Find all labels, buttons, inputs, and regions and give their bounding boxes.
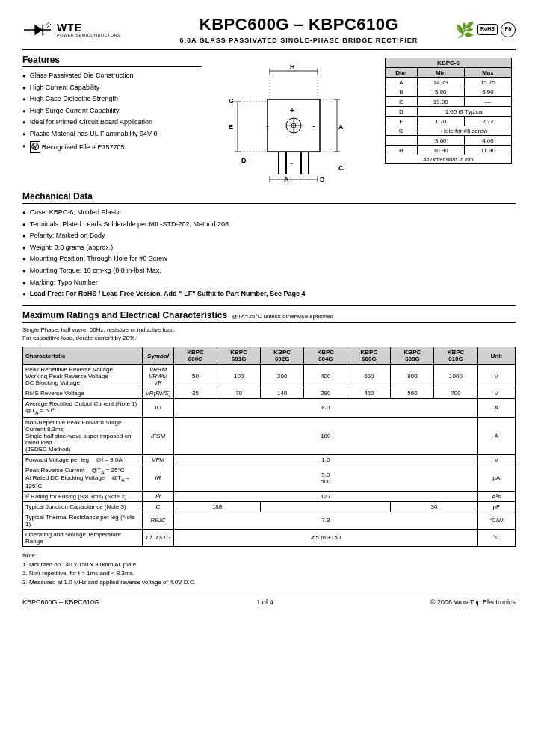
package-diagram: + - ~ ~ H G xyxy=(223,55,365,185)
feature-item-6: Plastic Material has UL Flammability 94V… xyxy=(22,129,202,139)
logo-text-block: WTE POWER SEMICONDUCTORS xyxy=(57,22,120,37)
val-602g-rms: 140 xyxy=(261,388,304,399)
val-600g-rms: 35 xyxy=(174,388,217,399)
dim-table-header-row: Dim Min Max xyxy=(386,68,512,78)
row-i2t: I² Rating for Fusing (t<8.3ms) (Note 2) … xyxy=(23,491,516,501)
mech-item-1: Case: KBPC-6, Molded Plastic xyxy=(22,208,516,217)
col-610g: KBPC610G xyxy=(434,347,477,365)
unit-rev: μA xyxy=(477,465,515,491)
val-601g-v: 100 xyxy=(217,365,261,388)
feature-item-3: High Case Dielectric Strength xyxy=(22,94,202,104)
char-thermal: Typical Thermal Resistance per leg (Note… xyxy=(23,512,143,529)
mech-item-2: Terminals: Plated Leads Solderable per M… xyxy=(22,220,516,229)
footer-left: KBPC600G – KBPC610G xyxy=(22,598,99,606)
val-cap-low: 188 xyxy=(174,501,261,512)
unit-surge: A xyxy=(477,417,515,454)
unit-v: V xyxy=(477,365,515,388)
row-avg-current: Average Rectified Output Current (Note 1… xyxy=(23,399,516,418)
mech-item-4: Weight: 3.8 grams (approx.) xyxy=(22,243,516,252)
row-thermal: Typical Thermal Resistance per leg (Note… xyxy=(23,512,516,529)
sym-temp: TJ, TSTG xyxy=(143,529,174,546)
page-header: WTE POWER SEMICONDUCTORS KBPC600G – KBPC… xyxy=(22,15,516,50)
val-601g-rms: 70 xyxy=(217,388,261,399)
unit-thermal: °C/W xyxy=(477,512,515,529)
val-i2t: 127 xyxy=(174,491,478,501)
svg-text:~: ~ xyxy=(290,160,294,167)
mechanical-section: Mechanical Data Case: KBPC-6, Molded Pla… xyxy=(22,191,516,299)
val-610g-rms: 700 xyxy=(434,388,477,399)
unit-avg: A xyxy=(477,399,515,418)
ratings-table-header: Characteristic Symbol KBPC600G KBPC601G … xyxy=(23,347,516,365)
dimensions-table-section: KBPC-6 Dim Min Max A14.7315.75 B5.806.90… xyxy=(385,55,516,185)
val-cap-high: 30 xyxy=(391,501,477,512)
sym-fwd: VFM xyxy=(143,454,174,465)
features-header: Features xyxy=(22,55,202,67)
part-number-title: KBPC600G – KBPC610G xyxy=(142,15,456,34)
mech-item-8: Lead Free: For RoHS / Lead Free Version,… xyxy=(22,289,516,299)
footer-center: 1 of 4 xyxy=(256,598,273,606)
dim-row-A: A14.7315.75 xyxy=(386,78,512,87)
dim-row-B: B5.806.90 xyxy=(386,87,512,97)
row-voltage: Peak Repetitive Reverse Voltage Working … xyxy=(23,365,516,388)
row-rms-voltage: RMS Reverse Voltage VR(RMS) 35 70 140 28… xyxy=(23,388,516,399)
dim-row-G-label: GHole for #6 screw xyxy=(386,126,512,136)
col-characteristic: Characteristic xyxy=(23,347,143,365)
char-temp: Operating and Storage Temperature Range xyxy=(23,529,143,546)
sym-voltage: VRRM VRWM VR xyxy=(143,365,174,388)
footer-right: © 2006 Won-Top Electronics xyxy=(430,598,516,606)
features-section: Features Glass Passivated Die Constructi… xyxy=(22,55,202,185)
notes-label: Note: xyxy=(22,552,37,559)
val-cap-blank xyxy=(261,501,391,512)
char-cap: Typical Junction Capacitance (Note 3) xyxy=(23,501,143,512)
char-i2t: I² Rating for Fusing (t<8.3ms) (Note 2) xyxy=(23,491,143,501)
ratings-title: Maximum Ratings and Electrical Character… xyxy=(22,310,227,320)
char-fwd: Forward Voltage per leg @I = 3.0A xyxy=(23,454,143,465)
row-temp: Operating and Storage Temperature Range … xyxy=(23,529,516,546)
svg-text:D: D xyxy=(241,157,247,164)
dim-table-body: A14.7315.75 B5.806.90 C19.00— D1.00 Ø Ty… xyxy=(386,78,512,164)
svg-text:-: - xyxy=(312,122,315,130)
sym-thermal: RθJC xyxy=(143,512,174,529)
dimensions-table: KBPC-6 Dim Min Max A14.7315.75 B5.806.90… xyxy=(385,58,512,164)
dim-col-max: Max xyxy=(464,68,511,78)
notes-section: Note: 1. Mounted on 140 x 150 x 3.0mm Al… xyxy=(22,551,516,587)
feature-item-2: High Current Capability xyxy=(22,83,202,93)
sym-rev: IR xyxy=(143,465,174,491)
mech-item-7: Marking: Typo Number xyxy=(22,278,516,288)
ratings-subtext-1: Single Phase, half wave, 60Hz, resistive… xyxy=(22,326,516,334)
col-608g: KBPC608G xyxy=(391,347,434,365)
sym-cap: C xyxy=(143,501,174,512)
col-symbol: Symbol xyxy=(143,347,174,365)
note-2: 2. Non-repetitive, for t > 1ms and < 8.3… xyxy=(22,569,516,578)
unit-i2t: A²s xyxy=(477,491,515,501)
val-606g-rms: 420 xyxy=(347,388,391,399)
val-604g-rms: 280 xyxy=(304,388,347,399)
dim-row-G-val: 3.604.00 xyxy=(386,136,512,146)
feature-item-1: Glass Passivated Die Construction xyxy=(22,71,202,81)
ratings-subtext: Single Phase, half wave, 60Hz, resistive… xyxy=(22,326,516,342)
dim-col-min: Min xyxy=(417,68,464,78)
char-voltage: Peak Repetitive Reverse Voltage Working … xyxy=(23,365,143,388)
rohs-leaf-icon: 🌿 xyxy=(456,21,474,39)
val-fwd: 1.0 xyxy=(174,454,478,465)
dim-row-C: C19.00— xyxy=(386,97,512,107)
features-diagram-row: Features Glass Passivated Die Constructi… xyxy=(22,55,516,185)
title-area: KBPC600G – KBPC610G 6.0A GLASS PASSIVATE… xyxy=(142,15,456,44)
col-602g: KBPC602G xyxy=(261,347,304,365)
ratings-subtext-2: For capacitive load, derate current by 2… xyxy=(22,334,516,342)
dim-row-H: H10.9011.90 xyxy=(386,146,512,155)
logo-diode-symbol xyxy=(22,19,52,40)
svg-text:~: ~ xyxy=(266,123,270,130)
svg-text:A: A xyxy=(338,123,344,131)
svg-text:+: + xyxy=(290,106,294,114)
rohs-box: RoHS xyxy=(477,24,498,34)
logo-subtext: POWER SEMICONDUCTORS xyxy=(57,33,120,37)
mechanical-list: Case: KBPC-6, Molded Plastic Terminals: … xyxy=(22,208,516,299)
val-606g-v: 600 xyxy=(347,365,391,388)
val-608g-rms: 560 xyxy=(391,388,434,399)
dim-table-title-row: KBPC-6 xyxy=(386,58,512,68)
char-rev: Peak Reverse Current @TA = 25°C At Rated… xyxy=(23,465,143,491)
unit-fwd: V xyxy=(477,454,515,465)
note-1: 1. Mounted on 140 x 150 x 3.0mm Al. plat… xyxy=(22,560,516,569)
unit-temp: °C xyxy=(477,529,515,546)
